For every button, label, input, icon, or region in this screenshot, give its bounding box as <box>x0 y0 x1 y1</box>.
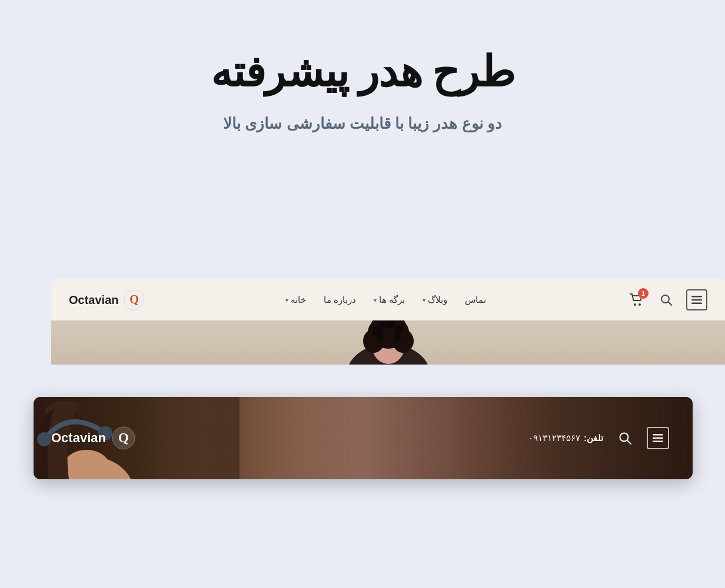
header2-logo[interactable]: Q Octavian <box>51 426 135 450</box>
header1-logo[interactable]: Q Octavian <box>69 289 144 310</box>
svg-point-20 <box>394 333 401 340</box>
search-icon <box>618 432 631 445</box>
svg-rect-0 <box>691 296 702 298</box>
hero-section: طرح هدر پیشرفته دو نوع هدر زیبا با قابلی… <box>0 0 725 156</box>
person-silhouette <box>335 320 441 365</box>
svg-text:Q: Q <box>129 293 139 306</box>
nav-item-about[interactable]: درباره ما <box>324 295 356 305</box>
nav-item-home[interactable]: خانه ▾ <box>285 295 306 305</box>
octavian-logo-icon-white: Q <box>112 426 135 450</box>
svg-point-6 <box>638 303 641 306</box>
svg-text:Q: Q <box>118 430 129 445</box>
header1-menu-button[interactable] <box>686 289 707 310</box>
octavian-logo-icon: Q <box>124 289 145 310</box>
nav-item-pages[interactable]: برگه ها ▾ <box>374 295 405 305</box>
header1-logo-text: Octavian <box>69 293 118 307</box>
header1-image-strip <box>51 320 725 365</box>
hero-subtitle: دو نوع هدر زیبا با قابلیت سفارشی سازی با… <box>0 115 725 133</box>
page-background: طرح هدر پیشرفته دو نوع هدر زیبا با قابلی… <box>0 0 725 588</box>
svg-point-19 <box>376 333 383 340</box>
svg-line-32 <box>627 440 631 445</box>
phone-label: تلفن: <box>584 433 603 443</box>
chevron-icon: ▾ <box>285 297 288 303</box>
header1-cart-button[interactable]: 1 <box>627 290 646 309</box>
chevron-icon: ▾ <box>423 297 425 303</box>
nav-item-blog[interactable]: وبلاگ ▾ <box>423 295 447 305</box>
hero-title: طرح هدر پیشرفته <box>0 47 725 97</box>
nav-item-contact[interactable]: تماس <box>465 295 486 305</box>
header2-right-controls: تلفن: ۰۹۱۳۱۲۳۴۵۶۷ <box>528 427 669 449</box>
header1-bar: 1 تماس وبلاگ ▾ برگه ها ▾ درباره ما <box>51 279 725 320</box>
cart-badge: 1 <box>638 288 648 299</box>
header1-search-button[interactable] <box>657 290 676 309</box>
header2-menu-button[interactable] <box>647 427 669 449</box>
header2-bg: تلفن: ۰۹۱۳۱۲۳۴۵۶۷ Q Octavian <box>34 397 693 479</box>
svg-rect-29 <box>653 437 663 439</box>
phone-number: ۰۹۱۳۱۲۳۴۵۶۷ <box>528 433 580 443</box>
svg-rect-1 <box>691 299 702 301</box>
menu-icon <box>653 434 663 442</box>
header2-bar: تلفن: ۰۹۱۳۱۲۳۴۵۶۷ Q Octavian <box>34 397 693 479</box>
header2-wrapper: تلفن: ۰۹۱۳۱۲۳۴۵۶۷ Q Octavian <box>34 397 693 479</box>
phone-info: تلفن: ۰۹۱۳۱۲۳۴۵۶۷ <box>528 433 603 443</box>
svg-rect-30 <box>653 441 663 443</box>
svg-rect-2 <box>691 303 702 305</box>
header2-search-button[interactable] <box>615 428 635 448</box>
svg-point-16 <box>378 321 387 329</box>
svg-line-4 <box>669 302 672 306</box>
header2-logo-text: Octavian <box>51 430 106 446</box>
chevron-icon: ▾ <box>374 297 377 303</box>
svg-point-18 <box>395 325 403 333</box>
header1-nav: تماس وبلاگ ▾ برگه ها ▾ درباره ما خانه ▾ <box>285 295 486 305</box>
svg-point-5 <box>634 303 636 306</box>
svg-rect-28 <box>653 434 663 436</box>
header1-wrapper: 1 تماس وبلاگ ▾ برگه ها ▾ درباره ما <box>51 279 725 365</box>
header1-right-controls: 1 <box>627 289 707 310</box>
